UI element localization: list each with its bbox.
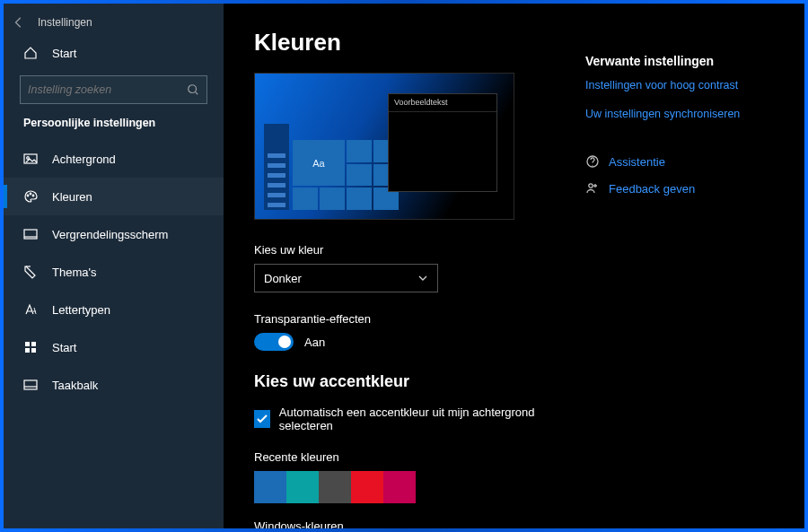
windows-colors-label: Windows-kleuren <box>254 519 558 528</box>
fonts-icon <box>23 302 38 317</box>
search-box[interactable] <box>20 75 207 104</box>
color-swatch[interactable] <box>286 471 319 503</box>
preview-window: Voorbeeldtekst <box>388 93 497 192</box>
sidebar-item-label: Vergrendelingsscherm <box>52 228 168 241</box>
color-mode-value: Donker <box>264 272 302 285</box>
svg-rect-8 <box>31 342 36 346</box>
window-title: Instellingen <box>38 16 92 29</box>
sidebar-item-background[interactable]: Achtergrond <box>4 140 224 178</box>
related-header: Verwante instellingen <box>585 54 774 68</box>
transparency-label: Transparantie-effecten <box>254 312 558 326</box>
sidebar-item-label: Thema's <box>52 266 96 279</box>
home-icon <box>23 46 38 60</box>
back-icon[interactable] <box>13 16 25 29</box>
help-label: Assistentie <box>609 155 665 169</box>
lockscreen-icon <box>23 227 38 241</box>
svg-point-3 <box>27 195 29 196</box>
color-mode-label: Kies uw kleur <box>254 243 558 257</box>
auto-accent-checkbox[interactable] <box>254 410 270 428</box>
related-column: Verwante instellingen Instellingen voor … <box>585 29 774 528</box>
preview-window-title: Voorbeeldtekst <box>389 94 496 112</box>
titlebar: Instellingen <box>4 9 224 36</box>
sidebar-item-label: Lettertypen <box>52 303 110 317</box>
search-icon <box>187 83 199 96</box>
help-label: Feedback geven <box>609 182 695 196</box>
sidebar-item-taskbar[interactable]: Taakbalk <box>4 366 224 404</box>
preview-start-menu: Aa <box>264 124 399 210</box>
help-feedback[interactable]: Feedback geven <box>585 181 774 196</box>
auto-accent-label: Automatisch een accentkleur uit mijn ach… <box>279 406 558 432</box>
svg-rect-9 <box>25 348 30 353</box>
svg-point-5 <box>32 195 34 196</box>
recent-colors <box>254 471 558 503</box>
sidebar-item-label: Kleuren <box>52 190 92 204</box>
sidebar: Instellingen Start Persoonlijke instelli… <box>4 4 224 528</box>
svg-point-0 <box>189 85 197 93</box>
chevron-down-icon <box>417 273 428 283</box>
sidebar-nav: Achtergrond Kleuren Vergrendelingsscherm… <box>4 140 224 404</box>
svg-point-2 <box>27 157 30 160</box>
accent-header: Kies uw accentkleur <box>254 372 558 391</box>
sidebar-item-label: Achtergrond <box>52 153 116 166</box>
sidebar-item-lockscreen[interactable]: Vergrendelingsscherm <box>4 215 224 253</box>
transparency-toggle[interactable] <box>254 333 294 351</box>
search-input[interactable] <box>28 83 187 96</box>
transparency-state: Aan <box>304 336 325 349</box>
main-content: Kleuren Aa Voorbeeldtekst Kies uw kleur … <box>224 4 804 528</box>
themes-icon <box>23 265 38 279</box>
svg-rect-11 <box>24 380 37 389</box>
sidebar-item-label: Taakbalk <box>52 379 98 392</box>
svg-rect-7 <box>25 342 30 346</box>
sidebar-section-header: Persoonlijke instellingen <box>4 117 224 140</box>
check-icon <box>256 413 268 425</box>
theme-preview: Aa Voorbeeldtekst <box>254 73 514 220</box>
related-link-contrast[interactable]: Instellingen voor hoog contrast <box>585 79 774 92</box>
help-icon <box>585 154 600 169</box>
svg-rect-10 <box>31 348 36 353</box>
color-mode-select[interactable]: Donker <box>254 264 438 292</box>
auto-accent-row[interactable]: Automatisch een accentkleur uit mijn ach… <box>254 406 558 432</box>
color-swatch[interactable] <box>254 471 286 503</box>
feedback-icon <box>585 181 600 196</box>
help-assistentie[interactable]: Assistentie <box>585 154 774 169</box>
palette-icon <box>23 189 38 204</box>
color-swatch[interactable] <box>351 471 383 503</box>
preview-aa: Aa <box>293 140 345 186</box>
related-link-sync[interactable]: Uw instellingen synchroniseren <box>585 108 774 120</box>
sidebar-item-start[interactable]: Start <box>4 328 224 366</box>
home-label: Start <box>52 47 76 60</box>
taskbar-icon <box>23 378 38 392</box>
content-column: Kleuren Aa Voorbeeldtekst Kies uw kleur … <box>254 29 585 528</box>
home-button[interactable]: Start <box>4 36 224 70</box>
start-icon <box>23 340 38 354</box>
sidebar-item-themes[interactable]: Thema's <box>4 253 224 291</box>
recent-colors-label: Recente kleuren <box>254 450 558 464</box>
sidebar-item-colors[interactable]: Kleuren <box>4 178 224 215</box>
sidebar-item-fonts[interactable]: Lettertypen <box>4 291 224 328</box>
picture-icon <box>23 152 38 166</box>
color-swatch[interactable] <box>319 471 351 503</box>
page-title: Kleuren <box>254 29 558 57</box>
settings-window: Instellingen Start Persoonlijke instelli… <box>4 4 804 528</box>
sidebar-item-label: Start <box>52 341 76 354</box>
svg-point-4 <box>30 193 31 195</box>
color-swatch[interactable] <box>383 471 416 503</box>
svg-point-13 <box>589 184 593 188</box>
